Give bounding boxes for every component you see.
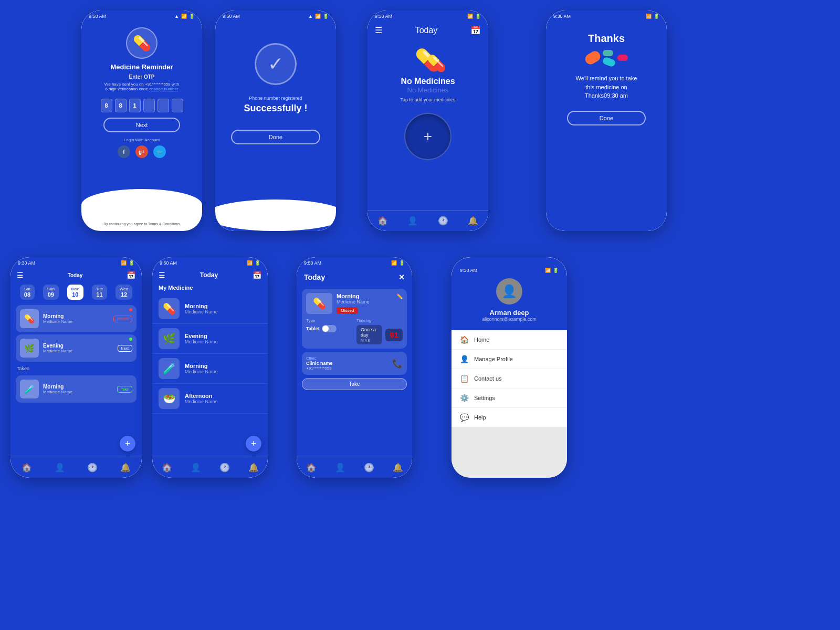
- p6-header: ☰ Today 📅: [152, 269, 268, 281]
- bell-nav-7[interactable]: 🔔: [393, 463, 403, 472]
- otp-box-3[interactable]: 1: [129, 99, 141, 112]
- pill-pink: [617, 55, 628, 61]
- date-mon[interactable]: Mon 10: [67, 285, 84, 300]
- person-nav-6[interactable]: 👤: [191, 463, 201, 472]
- battery-3: 🔋: [475, 14, 481, 19]
- history-nav-5[interactable]: 🕐: [87, 463, 98, 472]
- wifi-2: 📶: [315, 14, 321, 19]
- med-list-afternoon[interactable]: 🥗 Afternoon Medicine Name: [152, 384, 268, 414]
- add-medicine-fab[interactable]: +: [120, 436, 135, 452]
- morning-taken-card[interactable]: 🧪 Morning Medicine Name Take: [16, 375, 136, 403]
- date-sun[interactable]: Sun 09: [43, 285, 59, 300]
- home-nav-7[interactable]: 🏠: [306, 463, 317, 472]
- history-nav-6[interactable]: 🕐: [219, 463, 230, 472]
- date-wed[interactable]: Wed 12: [116, 285, 132, 300]
- med-list-evening[interactable]: 🌿 Evening Medicine Name: [152, 324, 268, 354]
- calendar-icon-6[interactable]: 📅: [253, 271, 261, 279]
- otp-desc: We have sent you on +91*******658 with6 …: [104, 82, 179, 91]
- num-mon: 10: [72, 291, 78, 298]
- menu-item-manage-profile[interactable]: 👤 Manage Profile: [452, 350, 567, 369]
- calendar-icon-3[interactable]: 📅: [470, 25, 481, 35]
- home-nav-icon[interactable]: 🏠: [377, 216, 388, 226]
- menu-item-settings[interactable]: ⚙️ Settings: [452, 388, 567, 408]
- menu-item-contact[interactable]: 📋 Contact us: [452, 369, 567, 388]
- manage-profile-icon: 👤: [460, 355, 469, 363]
- google-plus-icon[interactable]: g+: [135, 145, 148, 158]
- otp-box-1[interactable]: 8: [101, 99, 112, 112]
- bell-nav-icon[interactable]: 🔔: [468, 216, 478, 226]
- person-nav-7[interactable]: 👤: [335, 463, 345, 472]
- otp-box-5[interactable]: [158, 99, 169, 112]
- wifi-3: 📶: [467, 14, 473, 19]
- type-value: Tablet: [306, 326, 320, 331]
- done-button-2[interactable]: Done: [567, 111, 646, 125]
- time-4: 9:30 AM: [553, 14, 571, 19]
- home-nav-5[interactable]: 🏠: [22, 463, 32, 472]
- day-tue: Tue: [96, 287, 103, 291]
- morning-time-1: Morning: [43, 313, 109, 319]
- menu-icon-3[interactable]: ☰: [375, 25, 382, 35]
- morning-time-2: Morning: [43, 384, 113, 390]
- med-list-morning-1[interactable]: 💊 Morning Medicine Name: [152, 294, 268, 324]
- menu-icon-5[interactable]: ☰: [17, 271, 24, 279]
- profile-menu: 🏠 Home 👤 Manage Profile 📋 Contact us ⚙️ …: [452, 330, 567, 427]
- success-label: Successfully !: [244, 103, 307, 114]
- time-5: 9:30 AM: [18, 260, 35, 266]
- home-menu-label: Home: [474, 337, 489, 343]
- calendar-icon-5[interactable]: 📅: [127, 271, 135, 279]
- signal-2: ▲: [308, 14, 313, 19]
- status-bar-3: 9:30 AM 📶 🔋: [368, 10, 488, 22]
- otp-box-4[interactable]: [143, 99, 155, 112]
- edit-icon-7[interactable]: ✏️: [396, 293, 403, 299]
- take-button[interactable]: Take: [302, 378, 407, 390]
- otp-box-2[interactable]: 8: [115, 99, 127, 112]
- facebook-icon[interactable]: f: [118, 145, 130, 158]
- date-strip: Sat 08 Sun 09 Mon 10 Tue 11 Wed 12: [10, 281, 142, 303]
- done-button-1[interactable]: Done: [231, 130, 320, 144]
- med-name-ev: Medicine Name: [185, 339, 261, 344]
- home-nav-6[interactable]: 🏠: [162, 463, 172, 472]
- phone-thanks: 9:30 AM 📶 🔋 Thanks We'll remind you to t…: [546, 10, 667, 231]
- add-fab-6[interactable]: +: [246, 436, 261, 452]
- date-tue[interactable]: Tue 11: [92, 285, 108, 300]
- num-wed: 12: [121, 291, 127, 298]
- bell-nav-5[interactable]: 🔔: [120, 463, 131, 472]
- take-badge[interactable]: Take: [117, 386, 132, 393]
- pill-orange: [583, 49, 602, 66]
- close-icon-7[interactable]: ✕: [398, 273, 405, 281]
- next-button[interactable]: Next: [103, 118, 181, 132]
- date-sat[interactable]: Sat 08: [20, 285, 35, 300]
- toggle-switch[interactable]: [322, 325, 337, 332]
- timing-label: Timeing: [356, 318, 403, 323]
- med-time-m1: Morning: [185, 303, 261, 309]
- p5-header: ☰ Today 📅: [10, 269, 142, 281]
- evening-next-card[interactable]: 🌿 Evening Medicine Name Next: [16, 334, 136, 362]
- detail-medicine-card[interactable]: 💊 Morning ✏️ Medicine Name Missed Type T…: [302, 289, 407, 349]
- phone-icon-7[interactable]: 📞: [392, 359, 403, 369]
- med-list-morning-2[interactable]: 🧪 Morning Medicine Name: [152, 354, 268, 384]
- person-nav-icon[interactable]: 👤: [407, 216, 418, 226]
- morning-missed-card[interactable]: 💊 Morning Medicine Name Missed: [16, 305, 136, 332]
- status-bar-4: 9:30 AM 📶 🔋: [546, 10, 667, 22]
- twitter-icon[interactable]: 🐦: [153, 145, 166, 158]
- history-nav-7[interactable]: 🕐: [364, 463, 374, 472]
- menu-item-home[interactable]: 🏠 Home: [452, 330, 567, 350]
- change-number-link[interactable]: change number: [149, 87, 178, 91]
- clinic-card[interactable]: Clinic Clinic name +91*******658 📞: [302, 352, 407, 375]
- my-medicine-label: My Medicine: [152, 281, 268, 294]
- contact-label: Contact us: [474, 375, 502, 382]
- med-name-m1: Medicine Name: [185, 309, 261, 314]
- menu-item-help[interactable]: 💬 Help: [452, 408, 567, 427]
- person-nav-5[interactable]: 👤: [55, 463, 65, 472]
- status-bar-6: 9:50 AM 📶 🔋: [152, 257, 268, 269]
- detail-med-img: 💊: [306, 293, 332, 314]
- otp-label: Enter OTP: [129, 74, 155, 80]
- menu-icon-6[interactable]: ☰: [159, 271, 165, 279]
- phone-today-schedule: 9:30 AM 📶 🔋 ☰ Today 📅 Sat 08 Sun 09 Mon …: [10, 257, 142, 478]
- otp-box-6[interactable]: [172, 99, 183, 112]
- history-nav-icon[interactable]: 🕐: [438, 216, 448, 226]
- med-name-m2: Medicine Name: [185, 369, 261, 374]
- time-1: 9:50 AM: [89, 14, 106, 19]
- bell-nav-6[interactable]: 🔔: [248, 463, 259, 472]
- add-medicine-button[interactable]: +: [404, 113, 452, 160]
